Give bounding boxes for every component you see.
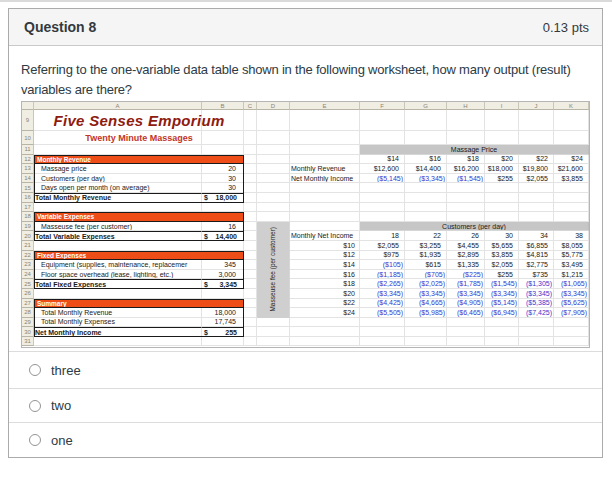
sheet-cell: [485, 212, 519, 222]
sheet-cell: Total Variable Expenses: [34, 231, 202, 241]
sheet-cell: [360, 131, 405, 145]
answer-option[interactable]: three: [9, 351, 602, 388]
table-value-cell: ($2,025): [405, 279, 447, 289]
table-value-cell: ($3,345): [360, 289, 405, 299]
sheet-row-number: 16: [22, 193, 34, 203]
sheet-cell: [257, 131, 290, 145]
sheet-cell: [447, 212, 485, 222]
table-value-cell: $8,055: [554, 241, 589, 251]
sheet-cell: [360, 212, 405, 222]
sheet-cell: [519, 327, 554, 337]
table-value-cell: ($1,785): [447, 279, 485, 289]
table-value-cell: ($3,345): [519, 289, 554, 299]
sheet-cell: [34, 203, 202, 213]
sheet-cell: [290, 327, 360, 337]
table-value-cell: $16,200: [447, 164, 485, 174]
table-value-cell: ($3,345): [405, 289, 447, 299]
sheet-cell: $255: [202, 327, 244, 337]
sheet-cell: [554, 110, 589, 131]
sheet-row-number: 29: [22, 318, 34, 328]
sheet-cell: [202, 203, 244, 213]
sheet-row-number: 21: [22, 241, 34, 251]
sheet-cell: [244, 131, 257, 145]
sheet-cell: [519, 183, 554, 193]
table-value-cell: $255: [485, 270, 519, 280]
table-value-cell: ($3,345): [554, 289, 589, 299]
sheet-cell: [405, 203, 447, 213]
sheet-cell: [244, 318, 257, 328]
total-value: 3,345: [219, 281, 237, 288]
table-value-cell: ($705): [405, 270, 447, 280]
sheet-cell: 16: [202, 222, 244, 232]
sheet-cell: [447, 183, 485, 193]
answer-option[interactable]: two: [9, 388, 602, 422]
radio-button-icon[interactable]: [29, 434, 41, 446]
sheet-cell: [244, 241, 257, 251]
sheet-cell: [405, 212, 447, 222]
sheet-cell: [554, 327, 589, 337]
sheet-cell: [485, 110, 519, 131]
sheet-cell: [290, 155, 360, 165]
sheet-row-number: 31: [22, 337, 34, 347]
sheet-cell: [244, 110, 257, 131]
total-value: 255: [225, 329, 237, 336]
fee-header-cell: $10: [290, 241, 360, 251]
sheet-cell: [554, 203, 589, 213]
radio-button-icon[interactable]: [29, 400, 41, 412]
sheet-cell: [485, 318, 519, 328]
sheet-cell: [244, 174, 257, 184]
sheet-column-letter: A: [34, 102, 202, 110]
sheet-cell: [244, 212, 257, 222]
sheet-cell: Masseuse fee (per customer): [34, 222, 202, 232]
sheet-cell: [257, 318, 290, 328]
sheet-column-letter: H: [447, 102, 485, 110]
sheet-cell: [244, 183, 257, 193]
sheet-row-number: 24: [22, 270, 34, 280]
table-value-cell: ($5,145): [360, 174, 405, 184]
section-header-cell: Summary: [34, 299, 244, 309]
sheet-cell: [257, 337, 290, 347]
sheet-cell: [257, 327, 290, 337]
sheet-cell: [290, 110, 360, 131]
sheet-cell: [290, 337, 360, 347]
sheet-row-number: 10: [22, 131, 34, 145]
sheet-cell: [405, 110, 447, 131]
table-value-cell: ($1,545): [485, 279, 519, 289]
sheet-cell: [360, 327, 405, 337]
table-value-cell: $4,815: [519, 251, 554, 261]
answer-option[interactable]: one: [9, 422, 602, 457]
section-header-cell: Variable Expenses: [34, 212, 244, 222]
sheet-cell: [290, 212, 360, 222]
table-value-cell: $19,800: [519, 164, 554, 174]
option-label: two: [51, 398, 71, 413]
sheet-cell: [257, 212, 290, 222]
sheet-cell: [244, 289, 257, 299]
table-value-cell: ($225): [447, 270, 485, 280]
table-row-label: Monthly Revenue: [290, 164, 360, 174]
table-value-cell: ($1,065): [554, 279, 589, 289]
radio-button-icon[interactable]: [29, 364, 41, 376]
table-corner-label: Monthly Net Income: [290, 231, 360, 241]
sheet-cell: [447, 318, 485, 328]
fee-header-cell: $22: [290, 299, 360, 309]
table-value-cell: ($4,425): [360, 299, 405, 309]
sheet-cell: [519, 110, 554, 131]
sheet-cell: Total Monthly Revenue: [34, 308, 202, 318]
sheet-cell: [244, 308, 257, 318]
sheet-cell: [554, 212, 589, 222]
question-text: Referring to the one-variable data table…: [21, 60, 601, 100]
sheet-row-number: 26: [22, 289, 34, 299]
sheet-cell: 17,745: [202, 318, 244, 328]
sheet-cell: [244, 299, 257, 309]
sheet-row-number: 20: [22, 231, 34, 241]
table-value-cell: ($3,345): [485, 289, 519, 299]
customers-header-cell: 18: [360, 231, 405, 241]
sheet-cell: [554, 318, 589, 328]
sheet-cell: [244, 260, 257, 270]
sheet-cell: Net Monthly Income: [34, 327, 202, 337]
sheet-cell: [447, 131, 485, 145]
sheet-cell: [244, 279, 257, 289]
sheet-cell: [244, 270, 257, 280]
sheet-cell: $14,400: [202, 231, 244, 241]
sheet-cell: [360, 203, 405, 213]
